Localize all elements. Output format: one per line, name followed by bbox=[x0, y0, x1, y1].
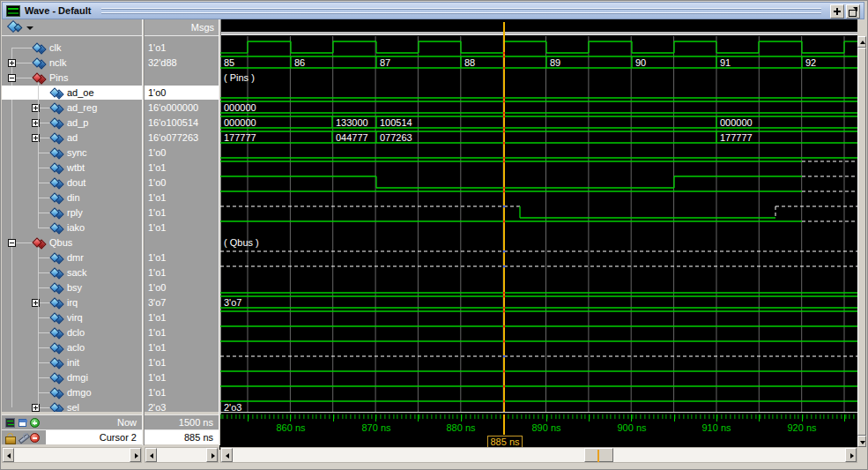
signal-row-dmgi[interactable]: dmgi bbox=[2, 370, 142, 384]
signal-row-dclo[interactable]: dclo bbox=[2, 325, 142, 339]
scroll-right-button[interactable] bbox=[130, 448, 141, 462]
timeline-separator bbox=[219, 412, 857, 413]
cursor-properties-icon[interactable] bbox=[19, 433, 28, 443]
cursor2-name-cell[interactable]: Cursor 2 bbox=[46, 430, 142, 444]
cursor2-value: 885 ns bbox=[184, 432, 213, 443]
timeline-minor-ticks bbox=[220, 414, 857, 419]
wave-vscrollbar[interactable] bbox=[857, 36, 866, 447]
left-arrow-icon bbox=[150, 453, 153, 459]
signal-row-virq[interactable]: virq bbox=[2, 310, 142, 325]
scroll-left-button[interactable] bbox=[145, 448, 157, 462]
waveform-canvas[interactable]: 8586878889909192( Pins )0000000000001330… bbox=[220, 36, 857, 412]
signal-value-ad_p: 16'o100514 bbox=[145, 116, 219, 130]
scroll-down-button[interactable] bbox=[857, 436, 866, 447]
cursor-position-mark bbox=[597, 450, 599, 462]
cursor-line-timeline[interactable] bbox=[503, 414, 505, 435]
signal-names-panel[interactable]: clknclkPinsad_oead_regad_padsyncwtbtdout… bbox=[2, 36, 142, 412]
svg-text:133000: 133000 bbox=[336, 117, 368, 128]
collapse-icon-Qbus[interactable] bbox=[8, 239, 16, 247]
signal-row-ad_p[interactable]: ad_p bbox=[2, 116, 142, 130]
svg-text:000000: 000000 bbox=[224, 102, 256, 113]
signal-row-sync[interactable]: sync bbox=[2, 145, 142, 160]
signal-value-aclo: 1'o1 bbox=[145, 340, 219, 354]
signal-value-dmgo: 1'o1 bbox=[145, 385, 219, 399]
signal-value-iako: 1'o1 bbox=[145, 220, 219, 235]
signal-name: clk bbox=[49, 41, 61, 55]
signal-row-iako[interactable]: iako bbox=[2, 220, 142, 235]
scroll-right-button[interactable] bbox=[845, 448, 857, 462]
timeline-major-tick bbox=[802, 414, 803, 422]
wave-vscrollbar-thumb[interactable] bbox=[857, 48, 866, 436]
signal-row-dmr[interactable]: dmr bbox=[2, 250, 142, 265]
scroll-up-button[interactable] bbox=[857, 36, 866, 48]
titlebar-grip bbox=[101, 8, 821, 10]
msgs-column-header: Msgs bbox=[191, 22, 214, 33]
signal-row-din[interactable]: din bbox=[2, 190, 142, 205]
scroll-right-button[interactable] bbox=[206, 448, 218, 462]
names-hscrollbar[interactable] bbox=[2, 447, 142, 463]
dropdown-arrow-icon[interactable] bbox=[26, 26, 33, 30]
signal-name: ad bbox=[67, 131, 78, 145]
cursor-line-top[interactable] bbox=[503, 22, 505, 36]
timeline-major-tick bbox=[461, 414, 462, 422]
window-title: Wave - Default bbox=[25, 5, 91, 16]
expand-icon-nclk[interactable] bbox=[8, 59, 16, 67]
signal-row-nclk[interactable]: nclk bbox=[2, 56, 142, 70]
titlebar[interactable]: Wave - Default bbox=[2, 2, 864, 19]
timeline-major-tick bbox=[631, 414, 632, 422]
signal-name: bsy bbox=[67, 280, 82, 295]
values-hscrollbar[interactable] bbox=[145, 447, 219, 463]
wave-hscrollbar-thumb[interactable] bbox=[584, 448, 613, 462]
scroll-left-button[interactable] bbox=[221, 448, 233, 462]
signal-row-dout[interactable]: dout bbox=[2, 175, 142, 190]
signal-row-init[interactable]: init bbox=[2, 355, 142, 369]
dock-undock-button[interactable] bbox=[846, 4, 860, 19]
timeline-major-tick bbox=[248, 414, 249, 422]
cursor2-name: Cursor 2 bbox=[100, 432, 137, 443]
timeline-label: 910 ns bbox=[701, 422, 731, 433]
column-separator[interactable] bbox=[142, 19, 145, 445]
signal-row-aclo[interactable]: aclo bbox=[2, 340, 142, 354]
signal-name: dmr bbox=[67, 250, 84, 265]
values-header: Msgs bbox=[145, 19, 219, 36]
signal-row-Pins[interactable]: Pins bbox=[2, 71, 142, 85]
wave-display-icon[interactable] bbox=[5, 418, 15, 428]
signal-row-ad[interactable]: ad bbox=[2, 131, 142, 145]
signal-row-ad_reg[interactable]: ad_reg bbox=[2, 101, 142, 115]
cursor-time-badge[interactable]: 885 ns bbox=[487, 436, 523, 448]
signal-name: wtbt bbox=[67, 160, 85, 175]
now-value: 1500 ns bbox=[179, 417, 213, 428]
add-cursor-icon[interactable] bbox=[30, 418, 40, 428]
signal-value-dmr: 1'o1 bbox=[145, 250, 219, 265]
delete-cursor-icon[interactable] bbox=[30, 433, 40, 443]
lock-cursor-icon[interactable] bbox=[5, 433, 15, 443]
signal-value-ad: 16'o077263 bbox=[145, 131, 219, 145]
signal-row-wtbt[interactable]: wtbt bbox=[2, 160, 142, 175]
collapse-icon-Pins[interactable] bbox=[8, 74, 16, 82]
signal-name: dmgi bbox=[67, 370, 88, 384]
signal-name: rply bbox=[67, 205, 83, 220]
wave-window-icon bbox=[6, 5, 20, 17]
timeline-ruler[interactable]: 860 ns870 ns880 ns890 ns900 ns910 ns920 … bbox=[220, 414, 857, 435]
signal-row-sel[interactable]: sel bbox=[2, 400, 142, 412]
cursor2-row: Cursor 2 bbox=[2, 429, 142, 444]
signal-row-dmgo[interactable]: dmgo bbox=[2, 385, 142, 399]
svg-text:92: 92 bbox=[805, 57, 816, 68]
svg-text:90: 90 bbox=[635, 57, 646, 68]
signal-row-rply[interactable]: rply bbox=[2, 205, 142, 220]
signal-row-bsy[interactable]: bsy bbox=[2, 280, 142, 295]
timeline-major-tick bbox=[716, 414, 717, 422]
wave-hscrollbar[interactable] bbox=[220, 447, 857, 463]
signal-row-irq[interactable]: irq bbox=[2, 295, 142, 310]
window-mode-icon[interactable] bbox=[19, 419, 26, 427]
up-arrow-icon bbox=[860, 41, 865, 44]
signal-row-sack[interactable]: sack bbox=[2, 265, 142, 280]
signal-row-Qbus[interactable]: Qbus bbox=[2, 235, 142, 250]
right-arrow-icon bbox=[211, 453, 215, 459]
scroll-left-button[interactable] bbox=[3, 448, 14, 462]
cursor2-value-cell[interactable]: 885 ns bbox=[145, 429, 219, 444]
signal-row-ad_oe[interactable]: ad_oe bbox=[2, 86, 142, 100]
signal-name: Qbus bbox=[49, 235, 72, 250]
expand-button[interactable] bbox=[830, 4, 844, 19]
signal-row-clk[interactable]: clk bbox=[2, 41, 142, 55]
